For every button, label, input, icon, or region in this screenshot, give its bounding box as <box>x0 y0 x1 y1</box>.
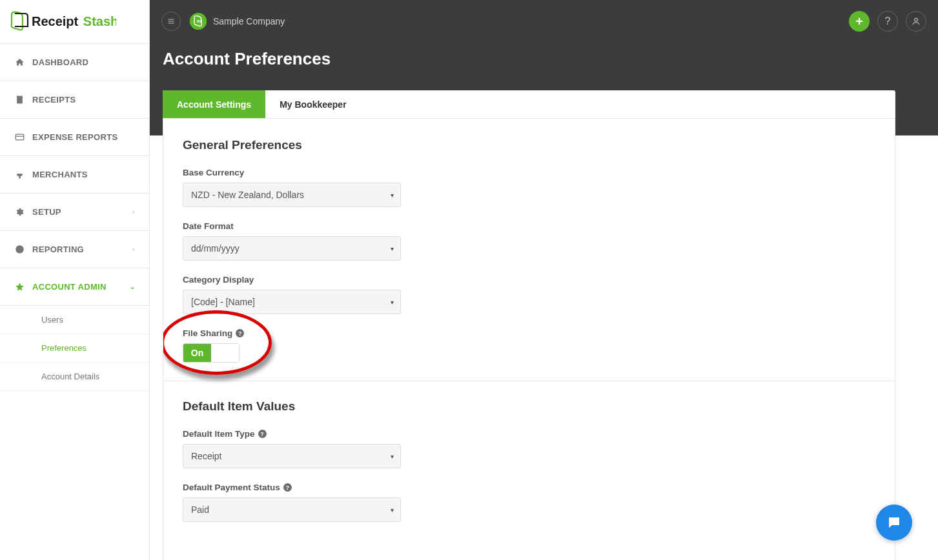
sidebar: Receipt Stash DASHBOARD RECEIPTS EXPENSE… <box>0 0 150 560</box>
section-divider <box>163 381 895 381</box>
help-icon[interactable]: ? <box>283 483 292 492</box>
select-value: [Code] - [Name] <box>191 297 255 307</box>
tabs: Account Settings My Bookkeeper <box>163 90 895 119</box>
merchants-icon <box>14 170 25 180</box>
settings-content: General Preferences Base Currency NZD - … <box>163 119 895 560</box>
highlight-annotation <box>163 310 272 375</box>
help-button[interactable]: ? <box>877 11 898 32</box>
sidebar-item-receipts[interactable]: RECEIPTS <box>0 81 149 119</box>
section-title-general: General Preferences <box>183 138 875 152</box>
svg-text:Receipt
        Stash: Receipt Stash <box>32 14 116 28</box>
file-sharing-label: File Sharing ? <box>183 328 875 338</box>
profile-button[interactable] <box>906 11 926 32</box>
category-display-select[interactable]: [Code] - [Name] <box>183 290 401 314</box>
chevron-left-icon: ‹ <box>132 246 135 253</box>
company-name[interactable]: Sample Company <box>213 16 285 26</box>
sidebar-item-setup[interactable]: SETUP ‹ <box>0 194 149 231</box>
base-currency-label: Base Currency <box>183 168 875 177</box>
company-badge-icon[interactable]: RS <box>190 13 207 30</box>
help-icon[interactable]: ? <box>236 329 244 337</box>
card-icon <box>14 132 25 143</box>
sidebar-subitem-label: Users <box>41 315 63 325</box>
tab-label: My Bookkeeper <box>280 99 346 110</box>
base-currency-select[interactable]: NZD - New Zealand, Dollars <box>183 183 401 207</box>
highlight-shadow <box>163 310 272 375</box>
svg-text:RS: RS <box>197 19 202 23</box>
chevron-down-icon: ⌄ <box>130 283 135 290</box>
tab-my-bookkeeper[interactable]: My Bookkeeper <box>265 90 360 118</box>
sidebar-item-label: EXPENSE REPORTS <box>32 132 117 142</box>
svg-rect-1 <box>15 134 24 140</box>
receipt-icon <box>14 95 25 105</box>
sidebar-item-label: MERCHANTS <box>32 170 88 179</box>
sidebar-subitem-account-details[interactable]: Account Details <box>0 363 149 391</box>
sidebar-item-label: RECEIPTS <box>32 95 76 105</box>
date-format-select[interactable]: dd/mm/yyyy <box>183 236 401 261</box>
star-icon <box>14 282 25 292</box>
default-payment-status-label: Default Payment Status ? <box>183 483 875 492</box>
brand-text-1: Receipt <box>32 14 79 28</box>
select-value: NZD - New Zealand, Dollars <box>191 190 304 200</box>
sidebar-subitem-preferences[interactable]: Preferences <box>0 334 149 363</box>
brand-text-2: Stash <box>83 14 116 28</box>
home-icon <box>14 57 25 68</box>
section-title-defaults: Default Item Values <box>183 399 875 414</box>
default-item-type-label: Default Item Type ? <box>183 429 875 439</box>
brand-logo[interactable]: Receipt Stash <box>0 0 149 44</box>
default-item-type-select[interactable]: Receipt <box>183 444 401 468</box>
category-display-label: Category Display <box>183 275 875 285</box>
main-panel: Account Settings My Bookkeeper General P… <box>163 90 895 560</box>
select-value: Paid <box>191 505 209 515</box>
help-icon[interactable]: ? <box>258 430 267 438</box>
sidebar-item-label: DASHBOARD <box>32 57 88 67</box>
chart-icon <box>14 245 25 255</box>
sidebar-item-label: SETUP <box>32 207 61 217</box>
tab-label: Account Settings <box>177 99 251 110</box>
gear-icon <box>14 207 25 217</box>
menu-toggle-button[interactable] <box>161 12 181 31</box>
select-value: Receipt <box>191 451 221 461</box>
sidebar-subitem-users[interactable]: Users <box>0 306 149 334</box>
sidebar-item-reporting[interactable]: REPORTING ‹ <box>0 231 149 268</box>
sidebar-item-label: REPORTING <box>32 245 84 254</box>
sidebar-item-dashboard[interactable]: DASHBOARD <box>0 44 149 81</box>
sidebar-item-label: ACCOUNT ADMIN <box>32 282 107 292</box>
add-button[interactable]: + <box>849 11 870 32</box>
sidebar-subitem-label: Preferences <box>41 343 87 353</box>
toggle-off-space <box>211 344 239 362</box>
svg-point-5 <box>915 18 918 21</box>
sidebar-item-expense-reports[interactable]: EXPENSE REPORTS <box>0 119 149 156</box>
select-value: dd/mm/yyyy <box>191 243 240 254</box>
page-title: Account Preferences <box>150 43 938 69</box>
tab-account-settings[interactable]: Account Settings <box>163 90 265 118</box>
sidebar-item-merchants[interactable]: MERCHANTS <box>0 156 149 194</box>
sidebar-subitem-label: Account Details <box>41 372 99 381</box>
file-sharing-toggle[interactable]: On <box>183 343 240 363</box>
date-format-label: Date Format <box>183 221 875 231</box>
chat-button[interactable] <box>876 505 912 541</box>
chevron-left-icon: ‹ <box>132 208 135 215</box>
default-payment-status-select[interactable]: Paid <box>183 497 401 522</box>
toggle-on-label: On <box>183 344 211 362</box>
sidebar-item-account-admin[interactable]: ACCOUNT ADMIN ⌄ <box>0 268 149 306</box>
